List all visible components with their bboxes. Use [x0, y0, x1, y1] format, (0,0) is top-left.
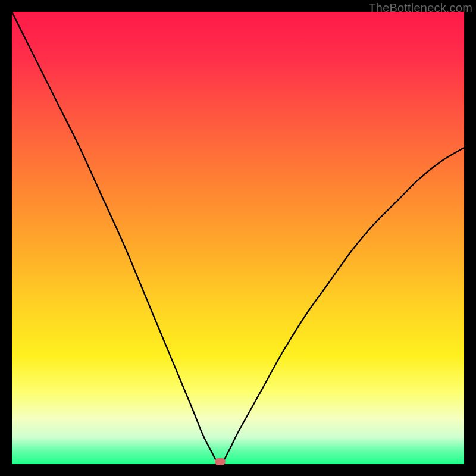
chart-container: TheBottleneck.com — [0, 0, 476, 476]
bottleneck-curve-path — [12, 12, 464, 464]
optimum-marker — [215, 458, 226, 465]
plot-area — [12, 12, 464, 464]
curve-svg — [12, 12, 464, 464]
